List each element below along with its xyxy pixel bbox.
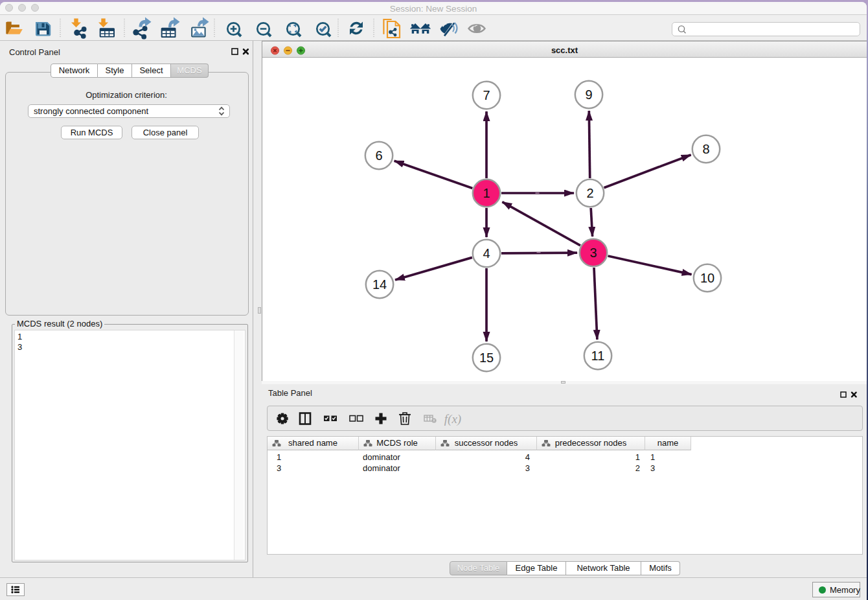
svg-text:11: 11 xyxy=(591,349,605,363)
svg-text:14: 14 xyxy=(372,277,387,292)
svg-text:3: 3 xyxy=(589,246,597,260)
svg-text:7: 7 xyxy=(483,88,490,102)
svg-text:1: 1 xyxy=(483,186,490,200)
svg-text:10: 10 xyxy=(700,271,714,285)
svg-text:2: 2 xyxy=(586,186,593,200)
svg-text:6: 6 xyxy=(375,148,382,163)
svg-text:f(x): f(x) xyxy=(444,412,461,426)
svg-text:8: 8 xyxy=(702,142,709,156)
svg-text:9: 9 xyxy=(585,87,592,102)
svg-text:4: 4 xyxy=(483,246,490,260)
svg-text:15: 15 xyxy=(479,351,494,365)
